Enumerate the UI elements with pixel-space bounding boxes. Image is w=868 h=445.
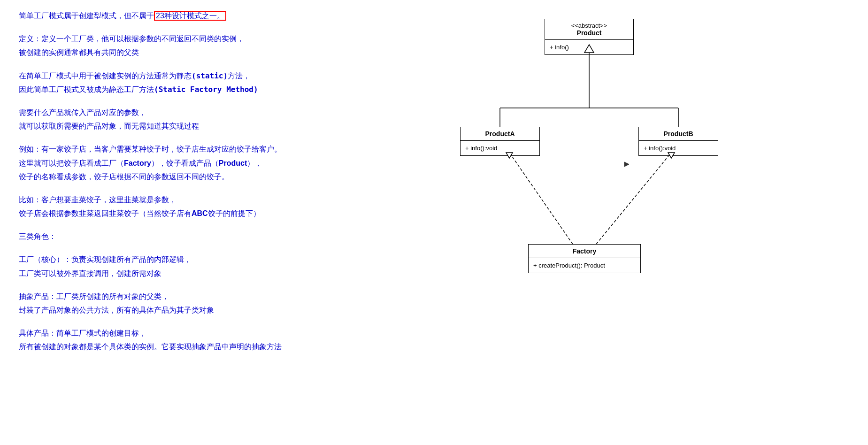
uml-abstract-product: <<abstract>> Product + info() xyxy=(545,19,634,55)
example-line3: 饺子的名称看成参数，饺子店根据不同的参数返回不同的饺子。 xyxy=(19,170,422,183)
concrete-role-line2: 所有被创建的对象都是某个具体类的实例。它要实现抽象产品中声明的抽象方法 xyxy=(19,340,422,353)
example-line2: 这里就可以把饺子店看成工厂（Factory），饺子看成产品（Product）， xyxy=(19,157,422,169)
concrete-role-line1: 具体产品：简单工厂模式的创建目标， xyxy=(19,327,422,339)
text-block-2: 定义：定义一个工厂类，他可以根据参数的不同返回不同类的实例， 被创建的实例通常都… xyxy=(19,32,422,59)
abstract-product-method: + info() xyxy=(550,44,569,51)
bold-factory: Factory xyxy=(124,159,151,167)
product-a-method: + info():void xyxy=(465,145,497,152)
text-block-5: 例如：有一家饺子店，当客户需要某种饺子时，饺子店生成对应的饺子给客户。 这里就可… xyxy=(19,143,422,183)
svg-line-7 xyxy=(596,153,671,244)
paragraph-1: 简单工厂模式属于创建型模式，但不属于23种设计模式之一。 xyxy=(19,9,422,22)
svg-line-5 xyxy=(509,153,573,244)
factory-method: + createProduct(): Product xyxy=(533,262,605,269)
diagram-section: <<abstract>> Product + info() ProductA +… xyxy=(441,9,770,343)
abstract-product-name: Product xyxy=(577,29,602,37)
product-b-method: + info():void xyxy=(644,145,676,152)
uml-product-b: ProductB + info():void xyxy=(638,127,718,156)
text-intro: 简单工厂模式属于创建型模式，但不属于 xyxy=(19,12,154,20)
definition-line2: 被创建的实例通常都具有共同的父类 xyxy=(19,46,422,59)
text-block-7: 三类角色： xyxy=(19,230,422,243)
text-block-1: 简单工厂模式属于创建型模式，但不属于23种设计模式之一。 xyxy=(19,9,422,22)
need-line2: 就可以获取所需要的产品对象，而无需知道其实现过程 xyxy=(19,120,422,132)
factory-role-line2: 工厂类可以被外界直接调用，创建所需对象 xyxy=(19,267,422,280)
text-block-4: 需要什么产品就传入产品对应的参数， 就可以获取所需要的产品对象，而无需知道其实现… xyxy=(19,106,422,132)
need-line1: 需要什么产品就传入产品对应的参数， xyxy=(19,106,422,119)
example2-line2: 饺子店会根据参数韭菜返回韭菜饺子（当然饺子店有ABC饺子的前提下） xyxy=(19,207,422,220)
text-block-9: 抽象产品：工厂类所创建的所有对象的父类， 封装了产品对象的公共方法，所有的具体产… xyxy=(19,290,422,316)
product-a-name: ProductA xyxy=(485,130,515,138)
text-block-3: 在简单工厂模式中用于被创建实例的方法通常为静态(static)方法， 因此简单工… xyxy=(19,69,422,96)
product-a-body: + info():void xyxy=(461,141,539,155)
bold-sfm: (Static Factory Method) xyxy=(154,85,258,94)
three-roles-title: 三类角色： xyxy=(19,230,422,243)
uml-arrows xyxy=(441,14,751,343)
example-line1: 例如：有一家饺子店，当客户需要某种饺子时，饺子店生成对应的饺子给客户。 xyxy=(19,143,422,155)
text-section: 简单工厂模式属于创建型模式，但不属于23种设计模式之一。 定义：定义一个工厂类，… xyxy=(19,9,422,364)
text-block-6: 比如：客户想要韭菜饺子，这里韭菜就是参数， 饺子店会根据参数韭菜返回韭菜饺子（当… xyxy=(19,193,422,220)
abstract-role-line1: 抽象产品：工厂类所创建的所有对象的父类， xyxy=(19,290,422,303)
factory-role-line1: 工厂（核心）：负责实现创建所有产品的内部逻辑， xyxy=(19,253,422,266)
uml-factory: Factory + createProduct(): Product xyxy=(528,244,641,273)
svg-marker-9 xyxy=(624,162,629,167)
factory-name: Factory xyxy=(573,247,597,255)
example2-line1: 比如：客户想要韭菜饺子，这里韭菜就是参数， xyxy=(19,193,422,206)
abstract-role-line2: 封装了产品对象的公共方法，所有的具体产品为其子类对象 xyxy=(19,304,422,316)
definition-line1: 定义：定义一个工厂类，他可以根据参数的不同返回不同类的实例， xyxy=(19,32,422,45)
bold-abc: ABC xyxy=(192,209,208,217)
bold-product: Product xyxy=(219,159,247,167)
stereotype-label: <<abstract>> xyxy=(550,22,629,29)
text-block-8: 工厂（核心）：负责实现创建所有产品的内部逻辑， 工厂类可以被外界直接调用，创建所… xyxy=(19,253,422,279)
product-b-header: ProductB xyxy=(639,127,718,141)
factory-body: + createProduct(): Product xyxy=(529,258,640,273)
static-line1: 在简单工厂模式中用于被创建实例的方法通常为静态(static)方法， xyxy=(19,69,422,82)
product-a-header: ProductA xyxy=(461,127,539,141)
abstract-product-body: + info() xyxy=(545,40,633,54)
product-b-body: + info():void xyxy=(639,141,718,155)
highlighted-23patterns: 23种设计模式之一。 xyxy=(154,11,226,21)
static-line2: 因此简单工厂模式又被成为静态工厂方法(Static Factory Method… xyxy=(19,83,422,96)
bold-static: (static) xyxy=(192,71,228,80)
product-b-name: ProductB xyxy=(664,130,693,138)
uml-diagram: <<abstract>> Product + info() ProductA +… xyxy=(441,14,751,343)
uml-product-a: ProductA + info():void xyxy=(460,127,540,156)
text-block-10: 具体产品：简单工厂模式的创建目标， 所有被创建的对象都是某个具体类的实例。它要实… xyxy=(19,327,422,353)
abstract-product-header: <<abstract>> Product xyxy=(545,19,633,40)
factory-header: Factory xyxy=(529,245,640,258)
main-layout: 简单工厂模式属于创建型模式，但不属于23种设计模式之一。 定义：定义一个工厂类，… xyxy=(19,9,849,364)
